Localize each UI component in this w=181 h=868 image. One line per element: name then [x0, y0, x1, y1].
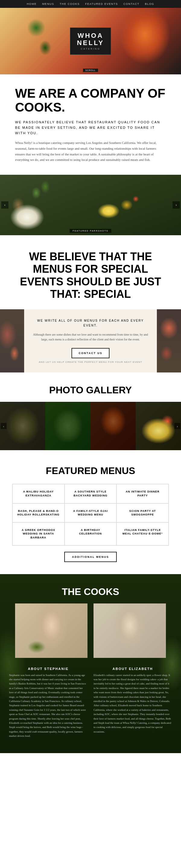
- cooks-photos: [0, 603, 181, 664]
- write-menus-section: WE WRITE ALL OF OUR MENUS FOR EACH AND E…: [0, 309, 181, 372]
- write-menus-left-decoration: [0, 309, 24, 372]
- gallery-item-3: [90, 402, 136, 450]
- contact-button[interactable]: CONTACT US: [72, 348, 109, 358]
- write-menus-right-decoration: [157, 309, 181, 372]
- write-menus-center: WE WRITE ALL OF OUR MENUS FOR EACH AND E…: [24, 309, 157, 372]
- stephanie-info: ABOUT STEPHANIE Stephanie was born and r…: [9, 667, 87, 738]
- menu-item-3[interactable]: AN INTIMATE DINNER PARTY: [116, 484, 169, 503]
- gallery-item-4: ›: [136, 402, 181, 450]
- stephanie-bio: Stephanie was born and raised in Souther…: [9, 673, 87, 738]
- cooks-section: THE COOKS ABOUT STEPHANIE Stephanie was …: [0, 574, 181, 753]
- brand-name: WHOA NELLY: [77, 32, 104, 46]
- catering-label: CATERING: [77, 48, 104, 50]
- company-tagline: WE PASSIONATELY BELIEVE THAT RESTAURANT …: [15, 120, 166, 136]
- stephanie-name: ABOUT STEPHANIE: [9, 667, 87, 671]
- hero-section: WHOA NELLY CATERING SCROLL: [0, 8, 181, 74]
- slideshow: ‹ FEATURED PARRSHOTS ›: [0, 175, 181, 235]
- menu-item-1[interactable]: A MALIBU HOLIDAY EXTRAVAGANZA: [12, 484, 65, 503]
- additional-menus-button[interactable]: ADDITIONAL MENUS: [64, 552, 117, 562]
- featured-menus-heading: FEATURED MENUS: [12, 465, 169, 476]
- menu-item-6[interactable]: SCION PARTY AT SMOGSHOPPE: [116, 503, 169, 522]
- company-body: Whoa Nelly! is a boutique catering compa…: [15, 140, 166, 163]
- menus-special-heading: WE BELIEVE THAT THE MENUS FOR SPECIAL EV…: [15, 250, 166, 301]
- menu-item-8[interactable]: A BIRTHDAY CELEBRATION: [65, 522, 117, 546]
- menu-item-9[interactable]: ITALIAN FAMILY-STYLE MEAL CHATEAU E-DOME…: [116, 522, 169, 546]
- hero-tag: SCROLL: [83, 69, 98, 72]
- menu-item-2[interactable]: A SOUTHERN STYLE BACKYARD WEDDING: [65, 484, 117, 503]
- nav-home[interactable]: HOME: [27, 2, 37, 5]
- write-menus-body: Although there are some dishes that we l…: [30, 332, 151, 342]
- additional-menus-wrap: ADDITIONAL MENUS: [12, 552, 169, 562]
- nav-events[interactable]: FEATURED EVENTS: [85, 2, 118, 5]
- featured-menus-section: FEATURED MENUS A MALIBU HOLIDAY EXTRAVAG…: [0, 453, 181, 574]
- contact-sub: AND LET US HELP CREATE THE PERFECT MENU …: [30, 361, 151, 363]
- slideshow-prev-button[interactable]: ‹: [1, 202, 8, 209]
- gallery-grid: ‹ ›: [0, 402, 181, 450]
- gallery-image-2: [45, 402, 90, 450]
- gallery-next-button[interactable]: ›: [174, 423, 180, 429]
- logo-box: WHOA NELLY CATERING: [70, 28, 111, 55]
- slideshow-next-button[interactable]: ›: [173, 202, 180, 209]
- slideshow-image: [0, 175, 181, 235]
- gallery-image-1: [0, 402, 45, 450]
- cooks-heading: THE COOKS: [0, 574, 181, 603]
- slideshow-label: FEATURED PARRSHOTS: [70, 229, 111, 233]
- menus-special-section: WE BELIEVE THAT THE MENUS FOR SPECIAL EV…: [0, 235, 181, 310]
- elizabeth-bio: Elizabeth's culinary career started in a…: [94, 673, 172, 734]
- nav-cooks[interactable]: THE COOKS: [60, 2, 80, 5]
- gallery-heading: PHOTO GALLERY: [0, 384, 181, 396]
- gallery-section: PHOTO GALLERY ‹ ›: [0, 372, 181, 453]
- gallery-prev-button[interactable]: ‹: [1, 423, 7, 429]
- nav-blog[interactable]: BLOG: [145, 2, 154, 5]
- navigation: HOME MENUS THE COOKS FEATURED EVENTS CON…: [0, 0, 181, 8]
- gallery-item-1: ‹: [0, 402, 45, 450]
- nav-contact[interactable]: CONTACT: [123, 2, 139, 5]
- company-section: WE ARE A COMPANY OF COOKS. WE PASSIONATE…: [0, 74, 181, 175]
- elizabeth-name: ABOUT ELIZABETH: [94, 667, 172, 671]
- menu-item-5[interactable]: A FAMILY-STYLE OJAI WEDDING MENU: [65, 503, 117, 522]
- gallery-image-3: [90, 402, 136, 450]
- gallery-item-2: [45, 402, 90, 450]
- stephanie-photo: [15, 603, 87, 658]
- company-heading: WE ARE A COMPANY OF COOKS.: [15, 87, 166, 114]
- nav-menus[interactable]: MENUS: [42, 2, 54, 5]
- elizabeth-photo: [94, 603, 166, 658]
- menu-item-4[interactable]: BASH, PLEASE & BAND-O HOLIDAY ROLLERSKAT…: [12, 503, 65, 522]
- write-menus-heading: WE WRITE ALL OF OUR MENUS FOR EACH AND E…: [30, 318, 151, 328]
- cooks-info: ABOUT STEPHANIE Stephanie was born and r…: [0, 664, 181, 741]
- menus-grid: A MALIBU HOLIDAY EXTRAVAGANZA A SOUTHERN…: [12, 484, 169, 546]
- menu-item-7[interactable]: A GREEK ORTHODOX WEDDING IN SANTA BARBAR…: [12, 522, 65, 546]
- elizabeth-info: ABOUT ELIZABETH Elizabeth's culinary car…: [94, 667, 172, 738]
